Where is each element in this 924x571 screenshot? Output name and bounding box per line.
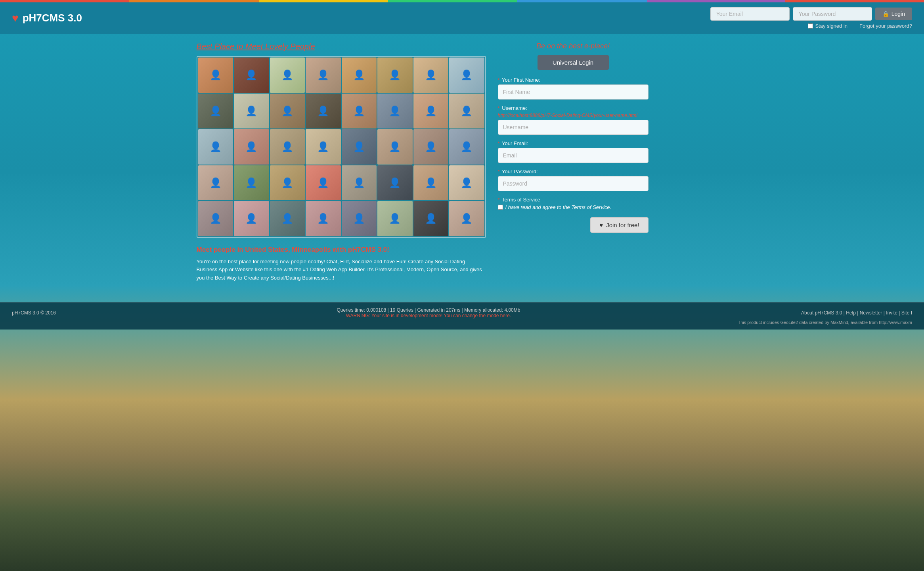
footer-links: About pH7CMS 3.0 | Help | Newsletter | I… bbox=[801, 310, 912, 316]
right-panel: Be on the best e-place! Universal Login … bbox=[498, 42, 649, 282]
footer-top: pH7CMS 3.0 © 2016 Queries time: 0.000108… bbox=[12, 307, 912, 318]
photo-cell[interactable]: 👤 bbox=[449, 129, 484, 165]
photo-cell[interactable]: 👤 bbox=[234, 129, 269, 165]
first-name-group: * Your First Name: bbox=[498, 77, 649, 100]
photo-cell[interactable]: 👤 bbox=[342, 57, 377, 93]
photo-cell[interactable]: 👤 bbox=[234, 165, 269, 201]
photo-cell[interactable]: 👤 bbox=[270, 165, 305, 201]
photo-cell[interactable]: 👤 bbox=[270, 129, 305, 165]
register-password-input[interactable] bbox=[498, 176, 649, 191]
photo-cell[interactable]: 👤 bbox=[306, 129, 341, 165]
logo-heart-icon: ♥ bbox=[12, 12, 19, 25]
photo-cell[interactable]: 👤 bbox=[449, 94, 484, 129]
email-group: * Your Email: bbox=[498, 140, 649, 163]
photo-cell[interactable]: 👤 bbox=[342, 94, 377, 129]
password-group: * Your Password: bbox=[498, 169, 649, 191]
photo-cell[interactable]: 👤 bbox=[306, 57, 341, 93]
photo-cell[interactable]: 👤 bbox=[234, 201, 269, 236]
tos-checkbox[interactable] bbox=[498, 205, 503, 210]
photo-cell[interactable]: 👤 bbox=[342, 201, 377, 236]
footer-link[interactable]: About pH7CMS 3.0 bbox=[801, 310, 842, 316]
header-right: 🔒 Login Stay signed in Forgot your passw… bbox=[710, 7, 912, 29]
register-email-input[interactable] bbox=[498, 148, 649, 163]
footer-warning: WARNING: Your site is in development mod… bbox=[337, 313, 520, 318]
forgot-password-link[interactable]: Forgot your password? bbox=[859, 23, 912, 29]
photo-cell[interactable]: 👤 bbox=[198, 57, 233, 93]
required-star: * bbox=[498, 77, 500, 83]
footer-link[interactable]: Help bbox=[846, 310, 856, 316]
photo-cell[interactable]: 👤 bbox=[306, 165, 341, 201]
email-input[interactable] bbox=[710, 7, 790, 21]
main-content: Best Place to Meet Lovely People 👤👤👤👤👤👤👤… bbox=[185, 34, 740, 290]
logo-area: ♥ pH7CMS 3.0 bbox=[12, 12, 82, 25]
photo-cell[interactable]: 👤 bbox=[413, 165, 449, 201]
email-label: * Your Email: bbox=[498, 140, 649, 146]
required-star-email: * bbox=[498, 140, 500, 146]
tos-check-label[interactable]: I have read and agree to the Terms of Se… bbox=[498, 204, 649, 210]
photo-cell[interactable]: 👤 bbox=[198, 129, 233, 165]
footer-link-separator: | bbox=[882, 310, 886, 316]
login-inputs: 🔒 Login bbox=[710, 7, 912, 21]
login-label: Login bbox=[891, 11, 905, 17]
photo-cell[interactable]: 👤 bbox=[449, 57, 484, 93]
heart-icon: ♥ bbox=[599, 222, 603, 228]
be-on-title: Be on the best e-place! bbox=[498, 42, 649, 50]
join-label: Join for free! bbox=[606, 222, 639, 228]
photo-cell[interactable]: 👤 bbox=[198, 94, 233, 129]
photo-cell[interactable]: 👤 bbox=[413, 201, 449, 236]
username-hint-var: your-user-name bbox=[594, 113, 627, 118]
stay-signed-label[interactable]: Stay signed in bbox=[808, 23, 847, 29]
photo-cell[interactable]: 👤 bbox=[413, 94, 449, 129]
password-input[interactable] bbox=[793, 7, 872, 21]
photo-cell[interactable]: 👤 bbox=[413, 57, 449, 93]
username-input[interactable] bbox=[498, 120, 649, 135]
footer-link[interactable]: Site I bbox=[901, 310, 912, 316]
photo-cell[interactable]: 👤 bbox=[234, 57, 269, 93]
username-group: * Username: http://localhost:8888/pH7-So… bbox=[498, 105, 649, 135]
join-button[interactable]: ♥ Join for free! bbox=[590, 217, 648, 233]
photo-cell[interactable]: 👤 bbox=[449, 201, 484, 236]
login-button[interactable]: 🔒 Login bbox=[875, 8, 912, 20]
footer-geo: This product includes GeoLite2 data crea… bbox=[12, 320, 912, 325]
photo-cell[interactable]: 👤 bbox=[377, 94, 413, 129]
username-hint: http://localhost:8888/pH7-Social-Dating-… bbox=[498, 113, 649, 118]
photo-cell[interactable]: 👤 bbox=[198, 165, 233, 201]
stay-signed-checkbox[interactable] bbox=[808, 23, 813, 29]
location-text: Meet people in United States, Minneapoli… bbox=[197, 246, 486, 254]
photo-cell[interactable]: 👤 bbox=[270, 94, 305, 129]
photo-cell[interactable]: 👤 bbox=[377, 201, 413, 236]
left-panel: Best Place to Meet Lovely People 👤👤👤👤👤👤👤… bbox=[197, 42, 486, 282]
left-panel-title: Best Place to Meet Lovely People bbox=[197, 42, 486, 51]
footer-stats: Queries time: 0.000108 | 19 Queries | Ge… bbox=[337, 307, 520, 318]
photo-cell[interactable]: 👤 bbox=[377, 165, 413, 201]
first-name-input[interactable] bbox=[498, 84, 649, 100]
photo-cell[interactable]: 👤 bbox=[234, 94, 269, 129]
tos-group: * Terms of Service I have read and agree… bbox=[498, 197, 649, 210]
lock-icon: 🔒 bbox=[882, 11, 889, 17]
footer-copyright: pH7CMS 3.0 © 2016 bbox=[12, 310, 56, 316]
footer-link[interactable]: Newsletter bbox=[860, 310, 882, 316]
photo-cell[interactable]: 👤 bbox=[377, 57, 413, 93]
photo-cell[interactable]: 👤 bbox=[270, 201, 305, 236]
footer-link-separator: | bbox=[856, 310, 860, 316]
photo-cell[interactable]: 👤 bbox=[413, 129, 449, 165]
header: ♥ pH7CMS 3.0 🔒 Login Stay signed in Forg… bbox=[0, 2, 924, 34]
photo-cell[interactable]: 👤 bbox=[342, 129, 377, 165]
photo-cell[interactable]: 👤 bbox=[449, 165, 484, 201]
photo-cell[interactable]: 👤 bbox=[306, 201, 341, 236]
tos-label: * Terms of Service bbox=[498, 197, 649, 203]
description-text: You're on the best place for meeting new… bbox=[197, 258, 486, 282]
required-star-password: * bbox=[498, 169, 500, 174]
password-label: * Your Password: bbox=[498, 169, 649, 174]
required-star-username: * bbox=[498, 105, 500, 111]
site-title: pH7CMS 3.0 bbox=[23, 12, 82, 24]
photo-cell[interactable]: 👤 bbox=[377, 129, 413, 165]
photo-cell[interactable]: 👤 bbox=[270, 57, 305, 93]
first-name-label: * Your First Name: bbox=[498, 77, 649, 83]
photo-cell[interactable]: 👤 bbox=[342, 165, 377, 201]
photo-cell[interactable]: 👤 bbox=[306, 94, 341, 129]
photo-cell[interactable]: 👤 bbox=[198, 201, 233, 236]
footer-link[interactable]: Invite bbox=[886, 310, 897, 316]
username-label: * Username: bbox=[498, 105, 649, 111]
universal-login-button[interactable]: Universal Login bbox=[538, 55, 609, 70]
